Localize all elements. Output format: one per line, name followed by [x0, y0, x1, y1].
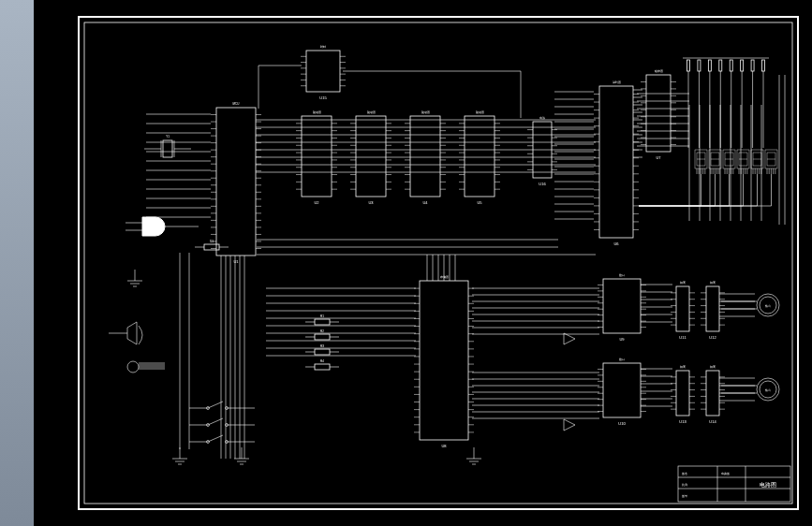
ground-symbol	[234, 447, 249, 464]
switch-S1[interactable]	[189, 402, 255, 410]
svg-text:U6: U6	[613, 241, 619, 246]
chip-U4[interactable]: U4驱动器	[405, 110, 446, 205]
probe-icon	[127, 361, 165, 373]
chip-U7[interactable]: U7锁存器	[641, 69, 676, 160]
crystal: Y1	[144, 135, 191, 157]
svg-text:输出: 输出	[765, 304, 771, 308]
svg-rect-9	[216, 108, 256, 256]
switches-layer	[189, 402, 255, 444]
svg-text:Y1: Y1	[166, 135, 170, 139]
chip-U9[interactable]: U9接口	[598, 273, 646, 342]
svg-text:接口: 接口	[619, 273, 625, 277]
svg-text:U7: U7	[656, 155, 661, 160]
svg-rect-544	[315, 319, 330, 325]
svg-text:隔离: 隔离	[680, 365, 686, 369]
title-block: 电路图图名电路图比例图号	[678, 466, 790, 502]
svg-rect-302	[706, 286, 719, 331]
svg-text:C1: C1	[210, 240, 214, 243]
svg-text:U5: U5	[477, 200, 482, 205]
svg-rect-347	[306, 51, 340, 92]
chip-U5[interactable]: U5驱动器	[459, 110, 500, 205]
cad-canvas[interactable]: 电路图图名电路图比例图号 U1MCUU2驱动器U3驱动器U4驱动器U5驱动器U6…	[34, 0, 812, 526]
chip-U8[interactable]: U8存储器	[414, 275, 474, 448]
chip-U11[interactable]: U11隔离	[671, 281, 695, 340]
discrete-components: R1R2R3R4C1	[195, 240, 339, 370]
component-R4: R4	[305, 359, 339, 370]
svg-text:U1: U1	[233, 259, 239, 264]
svg-rect-144	[599, 86, 633, 238]
output-connectors: 输出输出	[721, 294, 779, 401]
component-R2: R2	[305, 329, 339, 340]
svg-text:U12: U12	[709, 335, 716, 340]
svg-text:图号: 图号	[682, 494, 687, 498]
switch-S2[interactable]	[189, 418, 255, 427]
chip-U6[interactable]: U6译码器	[594, 80, 639, 246]
display-0	[695, 150, 707, 174]
svg-rect-287	[676, 286, 689, 331]
svg-text:驱动器: 驱动器	[421, 110, 430, 114]
connector-J1[interactable]: 输出	[721, 294, 779, 316]
chip-U12[interactable]: U12隔离	[701, 281, 725, 340]
resistor-network	[683, 58, 769, 148]
chip-U13[interactable]: U13隔离	[671, 365, 695, 424]
chip-U14[interactable]: U14隔离	[701, 365, 725, 424]
svg-text:电源: 电源	[539, 116, 545, 120]
ground-symbol	[466, 447, 481, 464]
display-3	[737, 150, 749, 174]
svg-text:MCU: MCU	[233, 102, 240, 106]
svg-rect-524	[762, 60, 765, 71]
svg-rect-520	[741, 60, 744, 71]
chip-U1[interactable]: U1MCU	[211, 102, 261, 264]
svg-rect-560	[204, 244, 219, 250]
display-2	[723, 150, 735, 174]
svg-rect-514	[708, 60, 711, 71]
svg-text:时钟: 时钟	[320, 45, 326, 49]
svg-rect-249	[603, 279, 641, 333]
svg-text:U10: U10	[618, 421, 626, 426]
svg-text:U11: U11	[679, 335, 687, 340]
chip-U3[interactable]: U3驱动器	[350, 110, 391, 205]
svg-rect-121	[465, 116, 495, 197]
svg-rect-317	[676, 371, 689, 416]
svg-text:输出: 输出	[765, 388, 771, 392]
svg-text:U13: U13	[679, 419, 687, 424]
ground-symbol	[172, 447, 187, 464]
svg-rect-98	[410, 116, 440, 197]
svg-text:U2: U2	[314, 200, 319, 205]
chip-U16[interactable]: U16电源	[527, 116, 557, 186]
svg-text:译码器: 译码器	[613, 80, 621, 84]
component-R1: R1	[305, 314, 339, 325]
svg-rect-548	[315, 334, 330, 340]
svg-rect-518	[730, 60, 732, 71]
svg-text:U3: U3	[368, 200, 374, 205]
bus-bottom	[266, 288, 599, 418]
svg-line-592	[208, 435, 223, 442]
led-assembly	[125, 217, 199, 236]
svg-rect-510	[687, 60, 690, 71]
svg-rect-516	[719, 60, 722, 71]
svg-rect-598	[163, 140, 172, 157]
schematic-drawing[interactable]: 电路图图名电路图比例图号 U1MCUU2驱动器U3驱动器U4驱动器U5驱动器U6…	[34, 0, 812, 526]
component-R3: R3	[305, 344, 339, 355]
chip-U2[interactable]: U2驱动器	[296, 110, 337, 205]
svg-text:R4: R4	[320, 359, 324, 363]
svg-rect-183	[646, 75, 671, 152]
svg-rect-556	[315, 364, 330, 370]
svg-rect-552	[315, 349, 330, 355]
svg-text:驱动器: 驱动器	[476, 110, 484, 114]
svg-rect-512	[698, 60, 701, 71]
svg-text:U15: U15	[319, 95, 327, 100]
chip-U15[interactable]: U15时钟	[301, 45, 346, 100]
connector-J2[interactable]: 输出	[721, 378, 779, 401]
chip-U10[interactable]: U10接口	[598, 358, 646, 426]
wiring-layer	[109, 66, 785, 459]
svg-point-696	[127, 361, 139, 373]
svg-text:隔离: 隔离	[710, 281, 716, 285]
titleblock-title: 电路图	[760, 482, 776, 488]
app-viewport: 电路图图名电路图比例图号 U1MCUU2驱动器U3驱动器U4驱动器U5驱动器U6…	[0, 0, 812, 526]
switch-S3[interactable]	[189, 435, 255, 444]
svg-text:图名: 图名	[682, 472, 687, 475]
svg-text:隔离: 隔离	[680, 281, 686, 285]
svg-text:比例: 比例	[682, 483, 687, 487]
svg-rect-332	[706, 371, 719, 416]
